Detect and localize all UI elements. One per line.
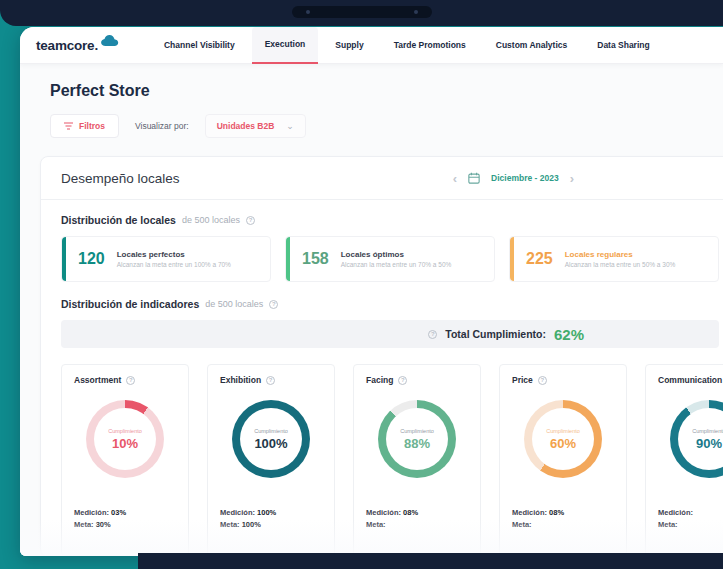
stat-accent-bar: [510, 237, 514, 281]
kpi-header: Exhibition ?: [220, 375, 322, 385]
selected-period[interactable]: Diciembre - 2023: [491, 173, 559, 183]
tab-label: Custom Analytics: [496, 40, 567, 50]
kpi-meta-line: Meta:: [658, 520, 723, 529]
locales-stat-row: 120 Locales perfectos Alcanzan la meta e…: [61, 236, 719, 282]
section-title: Distribución de indicadores: [61, 298, 199, 310]
donut-center-label: Cumplimiento: [546, 428, 580, 434]
cloud-icon: [100, 34, 119, 47]
stat-description: Alcanzan la meta entre un 70% a 50%: [341, 261, 452, 268]
help-icon[interactable]: ?: [246, 216, 255, 225]
meta-label: Meta:: [658, 520, 678, 529]
kpi-metrics: Medición: Meta:: [658, 508, 723, 529]
donut-center: Cumplimiento 90%: [670, 400, 723, 478]
visualize-by-select[interactable]: Unidades B2B ⌄: [205, 114, 306, 138]
teamcore-logo[interactable]: teamcore.: [36, 38, 119, 53]
tab-label: Tarde Promotions: [394, 40, 466, 50]
calendar-icon[interactable]: [468, 172, 480, 184]
camera-notch: [292, 6, 432, 18]
total-cumplimiento-value: 62%: [554, 326, 584, 343]
stat-description: Alcanzan la meta entre un 50% a 30%: [565, 261, 676, 268]
filters-button-label: Filtros: [79, 121, 105, 131]
kpi-card-assortment: Assortment ? Cumplimiento 10% Medición: …: [61, 364, 189, 556]
kpi-card-price: Price ? Cumplimiento 60% Medición: 08% M…: [499, 364, 627, 556]
donut-center-value: 60%: [550, 436, 576, 451]
tab-tarde-promotions[interactable]: Tarde Promotions: [381, 27, 479, 64]
kpi-donut-chart: Cumplimiento 60%: [524, 400, 602, 478]
medicion-value: 03%: [111, 508, 126, 517]
donut-center-value: 100%: [254, 436, 287, 451]
medicion-label: Medición:: [658, 508, 693, 517]
kpi-header: Facing ?: [366, 375, 468, 385]
kpi-medicion-line: Medición: 100%: [220, 508, 322, 517]
stat-description: Alcanzan la meta entre un 100% a 70%: [117, 261, 231, 268]
stat-card-regulares: 225 Locales regulares Alcanzan la meta e…: [509, 236, 719, 282]
main-content: Perfect Store Filtros Visualizar por: Un…: [20, 64, 723, 556]
meta-value: 100%: [242, 520, 261, 529]
chevron-down-icon: ⌄: [286, 121, 294, 131]
meta-label: Meta:: [512, 520, 532, 529]
kpi-meta-line: Meta:: [512, 520, 614, 529]
donut-center: Cumplimiento 100%: [232, 400, 310, 478]
medicion-label: Medición:: [74, 508, 109, 517]
tab-label: Execution: [265, 39, 306, 49]
medicion-label: Medición:: [366, 508, 401, 517]
section-subtitle: de 500 locales: [182, 215, 240, 225]
device-bottom-bezel: [138, 553, 723, 569]
tab-custom-analytics[interactable]: Custom Analytics: [483, 27, 580, 64]
device-bezel: [0, 0, 723, 26]
donut-center-label: Cumplimiento: [692, 428, 723, 434]
meta-label: Meta:: [220, 520, 240, 529]
section-title: Distribución de locales: [61, 214, 176, 226]
kpi-donut-chart: Cumplimiento 88%: [378, 400, 456, 478]
help-icon[interactable]: ?: [269, 300, 278, 309]
logo-text: teamcore.: [36, 38, 98, 53]
help-icon[interactable]: ?: [428, 330, 437, 339]
kpi-title: Price: [512, 375, 533, 385]
kpi-header: Assortment ?: [74, 375, 176, 385]
section-subtitle: de 500 locales: [205, 299, 263, 309]
kpi-card-communication: Communication ? Cumplimiento 90% Medició…: [645, 364, 723, 556]
kpi-donut-chart: Cumplimiento 90%: [670, 400, 723, 478]
tab-label: Supply: [335, 40, 363, 50]
kpi-header: Price ?: [512, 375, 614, 385]
kpi-title: Facing: [366, 375, 393, 385]
tab-supply[interactable]: Supply: [322, 27, 376, 64]
filters-button[interactable]: Filtros: [50, 114, 119, 138]
divider: [41, 199, 723, 200]
kpi-title: Assortment: [74, 375, 121, 385]
visualize-by-value: Unidades B2B: [217, 121, 275, 131]
date-navigator: ‹ Diciembre - 2023 ›: [453, 172, 574, 185]
prev-month-button[interactable]: ‹: [453, 172, 457, 185]
meta-value: 30%: [96, 520, 111, 529]
help-icon[interactable]: ?: [398, 376, 407, 385]
tablet-frame: teamcore. Channel Visibility Execution S…: [0, 0, 723, 569]
kpi-title: Exhibition: [220, 375, 261, 385]
tab-data-sharing[interactable]: Data Sharing: [584, 27, 662, 64]
filter-toolbar: Filtros Visualizar por: Unidades B2B ⌄: [50, 114, 703, 138]
kpi-title: Communication: [658, 375, 722, 385]
kpi-card-facing: Facing ? Cumplimiento 88% Medición: 08% …: [353, 364, 481, 556]
kpi-medicion-line: Medición:: [658, 508, 723, 517]
stat-card-optimos: 158 Locales óptimos Alcanzan la meta ent…: [285, 236, 495, 282]
stat-card-perfectos: 120 Locales perfectos Alcanzan la meta e…: [61, 236, 271, 282]
kpi-card-exhibition: Exhibition ? Cumplimiento 100% Medición:…: [207, 364, 335, 556]
tab-execution[interactable]: Execution: [252, 27, 319, 64]
help-icon[interactable]: ?: [266, 376, 275, 385]
total-cumplimiento-label: Total Cumplimiento:: [445, 328, 546, 340]
help-icon[interactable]: ?: [538, 376, 547, 385]
kpi-metrics: Medición: 100% Meta: 100%: [220, 508, 322, 529]
panel-title: Desempeño locales: [61, 171, 180, 186]
kpi-header: Communication ?: [658, 375, 723, 385]
kpi-meta-line: Meta: 100%: [220, 520, 322, 529]
tab-channel-visibility[interactable]: Channel Visibility: [151, 27, 248, 64]
page-title: Perfect Store: [40, 64, 703, 100]
donut-center-value: 10%: [112, 436, 138, 451]
next-month-button[interactable]: ›: [570, 172, 574, 185]
stat-accent-bar: [62, 237, 66, 281]
stat-value: 158: [302, 250, 329, 268]
meta-label: Meta:: [74, 520, 94, 529]
meta-label: Meta:: [366, 520, 386, 529]
kpi-metrics: Medición: 03% Meta: 30%: [74, 508, 176, 529]
kpi-donut-chart: Cumplimiento 100%: [232, 400, 310, 478]
help-icon[interactable]: ?: [126, 376, 135, 385]
